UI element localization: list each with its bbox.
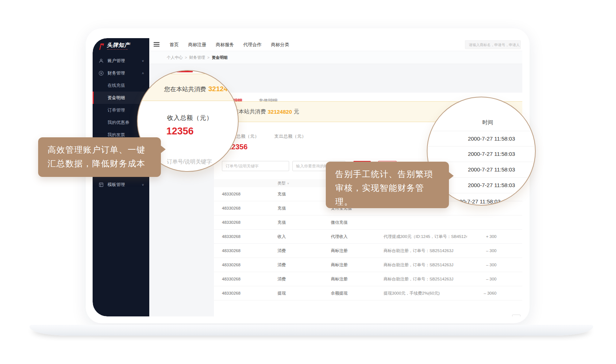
nav-item-1[interactable]: 商标注册 xyxy=(188,42,206,48)
magnified-time-value: 2000-7-27 11:58:03 xyxy=(468,136,515,142)
cell-project: 代理收入 xyxy=(331,234,384,239)
nav-item-2[interactable]: 商标服务 xyxy=(216,42,234,48)
magnified-time-value: 2000-7-27 11:58:03 xyxy=(468,182,515,188)
magnified-time-row: 2000-7-27 11:58:03 xyxy=(427,146,536,162)
cell-type: 消费 xyxy=(277,248,331,254)
cell-type: 充值 xyxy=(277,206,331,211)
sidebar-item-label: 资金明细 xyxy=(108,95,125,101)
sidebar-item-7[interactable]: 模板管理∨ xyxy=(93,178,149,191)
trademark-search-input[interactable] xyxy=(465,40,521,49)
table-row-7: 48330268提现余额提现提现3000元，手续费2%(60元)– 3060¥ … xyxy=(214,286,522,300)
pagination-prev-button[interactable]: < xyxy=(512,315,520,316)
magnified-keyword-placeholder: 订单号/说明关键字 xyxy=(167,158,212,165)
keyword-filter-input[interactable] xyxy=(222,161,289,171)
sort-chevron-icon: ∨ xyxy=(287,182,289,185)
stat-1: 支出总额（元） xyxy=(258,133,306,143)
magnified-time-value: 2000-7-27 11:58:03 xyxy=(468,166,515,173)
cell-order: 48330268 xyxy=(222,234,277,239)
magnified-time-header: 时间 xyxy=(482,119,493,126)
cell-amount: – 300 xyxy=(467,248,497,253)
nav-menu: 首页商标注册商标服务代理合作商标分类 xyxy=(170,38,289,51)
magnified-income-label: 收入总额（元） xyxy=(167,114,213,122)
cell-balance: ¥ 12231 xyxy=(504,234,522,239)
tooltip-right-arrow xyxy=(449,172,454,180)
page: 头牌知产 账户管理∨财务管理∧在线充值资金明细订单管理我的优惠券我的发票模板管理… xyxy=(0,0,616,364)
cell-order: 48330268 xyxy=(222,206,277,210)
nav-item-0[interactable]: 首页 xyxy=(170,42,179,48)
magnified-time-row: 2000-7-27 11:58:03 xyxy=(427,131,536,146)
template-icon xyxy=(98,182,104,187)
logo[interactable]: 头牌知产 xyxy=(98,42,130,55)
breadcrumb-item-1[interactable]: 财务管理 xyxy=(189,55,205,60)
sidebar-item-label: 我的优惠券 xyxy=(108,120,129,126)
sidebar-item-label: 财务管理 xyxy=(108,70,125,76)
cell-balance: ¥ 12231 xyxy=(504,277,522,281)
cell-type: 收入 xyxy=(277,234,331,239)
nav-item-4[interactable]: 商标分类 xyxy=(271,42,289,48)
cell-desc: 商标自助注册，订单号：SB2514263J xyxy=(384,262,467,268)
cell-amount: – 300 xyxy=(467,263,497,267)
tooltip-left-line: 汇总数据，降低财务成本 xyxy=(48,157,151,170)
banner-unit: 元 xyxy=(294,108,299,115)
breadcrumb: 个人中心>财务管理>资金明细 xyxy=(149,51,522,64)
tooltip-left-line: 高效管理账户订单、一键 xyxy=(48,143,151,157)
cell-order: 48330268 xyxy=(222,192,277,196)
logo-icon xyxy=(98,43,105,50)
cell-desc: 提现3000元，手续费2%(60元) xyxy=(384,291,467,296)
breadcrumb-separator: > xyxy=(185,56,187,60)
table-row-2: 48330268充值微信充值2000-7-27 11:58:03 xyxy=(214,215,522,230)
finance-icon xyxy=(98,70,104,76)
sidebar-item-1[interactable]: 财务管理∧ xyxy=(93,67,149,79)
nav-item-3[interactable]: 代理合作 xyxy=(243,42,262,48)
logo-text: 头牌知产 xyxy=(107,42,130,49)
laptop-base xyxy=(29,325,593,336)
table-row-5: 48330268消费商标注册商标自助注册，订单号：SB2514263J– 300… xyxy=(214,258,522,272)
chevron-icon: ∨ xyxy=(142,59,144,62)
table-row-6: 48330268消费商标注册商标自助注册，订单号：SB2514263J– 300… xyxy=(214,272,522,286)
sidebar-item-label: 账户管理 xyxy=(108,58,125,64)
banner-value: 32124820 xyxy=(268,109,292,115)
tooltip-left-arrow xyxy=(161,145,166,153)
cell-type: 充值 xyxy=(277,191,331,197)
cell-project: 商标注册 xyxy=(331,262,384,268)
sidebar-item-label: 订单管理 xyxy=(108,107,125,113)
user-icon xyxy=(98,58,104,64)
cell-desc: 商标自助注册，订单号：SB2514263J xyxy=(384,276,467,282)
stat-label: 支出总额（元） xyxy=(258,133,306,139)
sidebar-item-2[interactable]: 在线充值 xyxy=(93,79,149,92)
tooltip-right-line: 理。 xyxy=(335,195,439,209)
tooltip-right-line: 审核，实现智能财务管 xyxy=(335,181,439,195)
cell-type: 提现 xyxy=(277,291,331,296)
tooltip-left: 高效管理账户订单、一键汇总数据，降低财务成本 xyxy=(38,137,161,177)
tooltip-right-line: 告别手工统计、告别繁琐 xyxy=(335,167,439,181)
cell-desc: 商标自助注册，订单号：SB2514263J xyxy=(384,248,467,254)
top-navbar: 首页商标注册商标服务代理合作商标分类 xyxy=(149,38,522,51)
sidebar-item-label: 模板管理 xyxy=(108,182,125,188)
cell-order: 48330268 xyxy=(222,277,277,281)
table-row-3: 48330268收入代理收入代理提成300元（ID:1245，订单号：SB451… xyxy=(214,230,522,244)
breadcrumb-item-0[interactable]: 个人中心 xyxy=(167,55,183,60)
cell-desc: 代理提成300元（ID:1245，订单号：SB45124） xyxy=(384,234,467,239)
sidebar: 头牌知产 账户管理∨财务管理∧在线充值资金明细订单管理我的优惠券我的发票模板管理… xyxy=(93,38,149,316)
cell-project: 微信充值 xyxy=(331,220,384,225)
magnified-tab-underline xyxy=(175,71,193,72)
table-row-4: 48330268消费商标注册商标自助注册，订单号：SB2514263J– 300… xyxy=(214,244,522,258)
cell-balance: ¥ 12231 xyxy=(504,291,522,295)
cell-type: 充值 xyxy=(277,220,331,225)
hamburger-menu-icon[interactable] xyxy=(154,42,159,48)
sidebar-item-label: 我的发票 xyxy=(108,132,125,138)
magnified-income-value: 12356 xyxy=(166,126,194,137)
cell-type: 消费 xyxy=(277,262,331,268)
cell-project: 商标注册 xyxy=(331,248,384,254)
col-header-1[interactable]: 类型∨ xyxy=(277,181,331,186)
chevron-icon: ∧ xyxy=(142,72,144,75)
magnified-time-value: 2000-7-27 11:58:03 xyxy=(468,151,515,157)
cell-type: 消费 xyxy=(277,276,331,282)
tooltip-right: 告别手工统计、告别繁琐审核，实现智能财务管理。 xyxy=(326,162,449,208)
breadcrumb-separator: > xyxy=(207,56,210,60)
cell-balance: ¥ 12231 xyxy=(504,248,522,253)
chevron-icon: ∨ xyxy=(142,183,144,186)
cell-order: 48330268 xyxy=(222,263,277,267)
magnified-banner-prefix: 您在本站共消费 xyxy=(164,86,206,92)
sidebar-item-0[interactable]: 账户管理∨ xyxy=(93,54,149,67)
